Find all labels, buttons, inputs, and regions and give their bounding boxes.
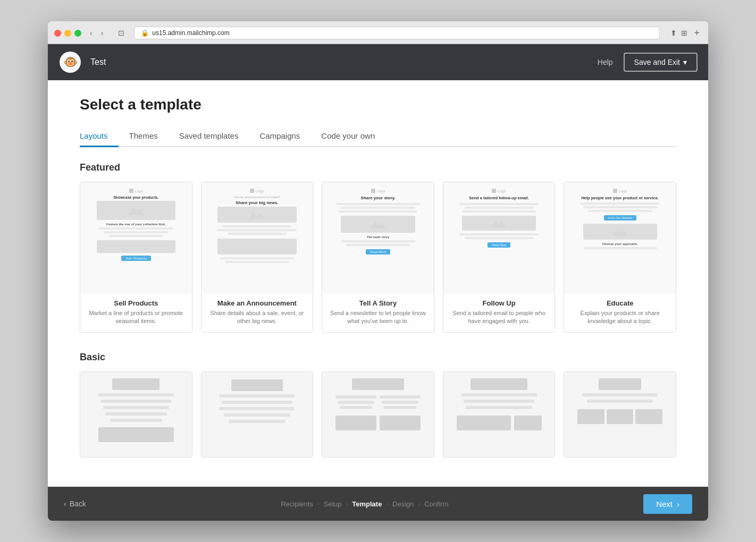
step-chevron-1: › [317,501,320,507]
1col-preview [80,372,192,457]
svg-point-3 [502,219,505,222]
tell-story-name: Tell A Story [327,299,429,307]
template-tell-story[interactable]: Logo Share your story. The main story Re… [322,182,434,333]
announcement-info: Make an Announcement Share details about… [201,294,313,332]
template-1col[interactable] [80,371,192,458]
url-text: us15.admin.mailchimp.com [152,29,229,37]
app: 🐵 Test Help Save and Exit ▾ Select a tem… [48,44,708,521]
step-chevron-2: › [346,501,348,507]
main-content: Select a template Layouts Themes Saved t… [48,80,708,487]
sell-products-name: Sell Products [86,299,187,307]
3col-preview [564,372,676,457]
sell-products-desc: Market a line of products or promote sea… [86,309,187,326]
back-chevron-icon: ‹ [64,499,66,508]
back-browser-button[interactable]: ‹ [87,28,96,38]
url-bar: 🔒 us15.admin.mailchimp.com [134,27,660,39]
step-confirm: Confirm [424,500,449,508]
template-educate[interactable]: Logo Help people use your product or ser… [564,182,676,333]
educate-desc: Explain your products or share knowledge… [569,309,670,326]
next-chevron-icon: › [677,499,679,509]
close-button[interactable] [54,30,61,37]
announcement-desc: Share details about a sale, event, or ot… [207,309,308,326]
template-announcement[interactable]: Logo Got an announcement to make? Share … [201,182,314,333]
svg-point-4 [622,227,625,231]
sell-products-info: Sell Products Market a line of products … [80,294,192,332]
sidebar-toggle-button[interactable]: ⊡ [114,28,129,38]
svg-point-1 [259,210,263,214]
template-2-1col[interactable] [443,371,556,458]
basic-section-title: Basic [80,352,676,363]
page-title: Select a template [80,96,676,113]
traffic-lights [54,30,81,37]
nav-buttons: ‹ › [87,28,106,38]
url-bar-actions: ⬆ ⊞ + [670,28,702,39]
share-button[interactable]: ⬆ [670,28,677,39]
tabs-container: Layouts Themes Saved templates Campaigns… [80,126,676,147]
logo-container: 🐵 [58,50,82,74]
step-chevron-3: › [386,501,388,507]
help-link[interactable]: Help [598,58,613,66]
campaign-title: Test [90,57,106,67]
step-chevron-4: › [418,501,421,507]
maximize-button[interactable] [74,30,81,37]
template-follow-up[interactable]: Logo Send a tailored follow-up email. Sh… [443,182,556,333]
bottom-bar: ‹ Back Recipients › Setup › Template › D… [48,487,708,521]
browser-window: ‹ › ⊡ 🔒 us15.admin.mailchimp.com ⬆ ⊞ + 🐵… [48,21,708,521]
svg-point-0 [138,206,141,209]
educate-info: Educate Explain your products or share k… [564,294,676,332]
step-setup: Setup [324,500,342,508]
basic-templates-grid [80,371,676,458]
template-1col-full[interactable] [201,371,314,458]
add-tab-button[interactable]: + [692,28,702,39]
step-recipients: Recipients [281,500,313,508]
browser-chrome: ‹ › ⊡ 🔒 us15.admin.mailchimp.com ⬆ ⊞ + [48,21,708,44]
next-button[interactable]: Next › [643,494,692,514]
follow-up-preview: Logo Send a tailored follow-up email. Sh… [443,182,555,294]
duplicate-tab-button[interactable]: ⊞ [681,28,687,39]
follow-up-info: Follow Up Send a tailored email to peopl… [443,294,555,332]
tab-campaigns[interactable]: Campaigns [249,126,310,147]
lock-icon: 🔒 [141,29,149,37]
step-template: Template [352,500,382,508]
2-1col-preview [443,372,555,457]
template-3col[interactable] [564,371,676,458]
announcement-preview: Logo Got an announcement to make? Share … [201,182,313,294]
educate-preview: Logo Help people use your product or ser… [564,182,676,294]
follow-up-name: Follow Up [449,299,550,307]
mailchimp-logo: 🐵 [60,52,81,73]
2col-preview [322,372,434,457]
sell-products-preview: Logo Showcase your products. Feature the… [80,182,192,294]
template-2col[interactable] [322,371,434,458]
forward-browser-button[interactable]: › [98,28,107,38]
save-exit-button[interactable]: Save and Exit ▾ [624,53,698,72]
follow-up-desc: Send a tailored email to people who have… [449,309,550,326]
tell-story-info: Tell A Story Send a newsletter to let pe… [322,294,434,332]
tab-saved-templates[interactable]: Saved templates [169,126,249,147]
tab-layouts[interactable]: Layouts [80,126,119,147]
featured-section-title: Featured [80,162,676,173]
svg-point-2 [380,220,383,223]
top-nav: 🐵 Test Help Save and Exit ▾ [48,44,708,80]
announcement-name: Make an Announcement [207,299,308,307]
tell-story-preview: Logo Share your story. The main story Re… [322,182,434,294]
tab-themes[interactable]: Themes [119,126,169,147]
tab-code-your-own[interactable]: Code your own [310,126,385,147]
step-design: Design [392,500,414,508]
educate-name: Educate [569,299,670,307]
back-button[interactable]: ‹ Back [64,499,86,508]
1col-full-preview [201,372,313,457]
tell-story-desc: Send a newsletter to let people know wha… [327,309,429,326]
minimize-button[interactable] [64,30,71,37]
template-sell-products[interactable]: Logo Showcase your products. Feature the… [80,182,192,333]
featured-templates-grid: Logo Showcase your products. Feature the… [80,182,676,333]
steps-container: Recipients › Setup › Template › Design ›… [86,500,643,508]
